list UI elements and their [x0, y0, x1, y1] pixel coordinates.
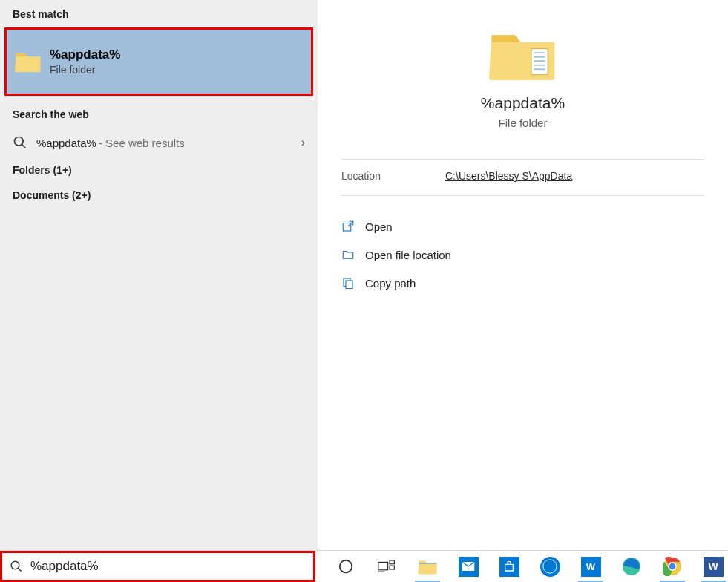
svg-rect-15 [378, 562, 388, 569]
open-action[interactable]: Open [341, 212, 728, 241]
mail-icon [459, 557, 479, 577]
svg-point-20 [543, 560, 557, 573]
preview-subtitle: File folder [318, 117, 728, 129]
search-web-header: Search the web [0, 100, 318, 128]
word-app-icon: W [704, 557, 724, 577]
folder-location-icon [341, 248, 355, 261]
category-folders[interactable]: Folders (1+) [0, 157, 318, 183]
location-label: Location [341, 170, 445, 182]
word-icon: W [581, 557, 601, 577]
open-icon [341, 220, 355, 233]
search-icon [10, 560, 23, 573]
open-file-location-action[interactable]: Open file location [341, 241, 728, 269]
preview-title: %appdata% [318, 94, 728, 112]
file-explorer-button[interactable] [413, 551, 442, 583]
task-view-button[interactable] [372, 551, 401, 583]
edge-icon [622, 557, 641, 576]
category-documents[interactable]: Documents (2+) [0, 183, 318, 208]
task-view-icon [378, 559, 396, 574]
folder-icon [489, 27, 557, 82]
chrome-icon [663, 557, 682, 576]
svg-line-13 [18, 568, 22, 572]
search-results-pane: Best match %appdata% File folder Search … [0, 0, 318, 550]
svg-point-12 [11, 561, 19, 569]
taskbar: %appdata% [0, 550, 728, 582]
svg-rect-11 [346, 281, 352, 289]
best-match-header: Best match [0, 0, 318, 27]
svg-point-0 [15, 137, 24, 146]
svg-rect-17 [390, 566, 394, 569]
store-button[interactable] [494, 551, 524, 583]
preview-pane: %appdata% File folder Location C:\Users\… [318, 0, 728, 550]
file-explorer-icon [418, 557, 438, 577]
result-subtitle: File folder [50, 64, 120, 76]
svg-rect-16 [390, 560, 394, 564]
copy-icon [341, 276, 355, 290]
web-result-suffix: - See web results [99, 137, 185, 149]
store-icon [499, 557, 519, 577]
best-match-result[interactable]: %appdata% File folder [4, 27, 313, 96]
svg-point-24 [669, 563, 676, 570]
copy-path-action[interactable]: Copy path [341, 269, 728, 297]
cortana-button[interactable] [331, 551, 361, 583]
search-value: %appdata% [30, 559, 99, 574]
web-result-label: %appdata% [36, 137, 96, 149]
svg-point-14 [340, 560, 352, 573]
word-button[interactable]: W [698, 551, 728, 583]
folder-icon [15, 50, 42, 73]
result-title: %appdata% [50, 48, 120, 62]
word-online-button[interactable]: W [576, 551, 606, 583]
dell-icon [540, 557, 560, 577]
search-icon [13, 135, 27, 150]
mail-button[interactable] [453, 551, 483, 583]
search-input[interactable]: %appdata% [0, 551, 315, 582]
svg-line-1 [22, 145, 26, 148]
copy-path-label: Copy path [365, 277, 416, 290]
chevron-right-icon: › [301, 136, 305, 149]
location-value[interactable]: C:\Users\Blessy S\AppData [445, 170, 572, 182]
chrome-button[interactable] [658, 551, 687, 583]
result-text: %appdata% File folder [50, 48, 120, 76]
cortana-icon [338, 558, 354, 575]
open-location-label: Open file location [365, 249, 451, 261]
web-result-row[interactable]: %appdata% - See web results › [0, 128, 318, 157]
edge-button[interactable] [617, 551, 646, 583]
open-label: Open [365, 220, 393, 233]
app-button[interactable] [535, 551, 565, 583]
location-row: Location C:\Users\Blessy S\AppData [318, 160, 728, 182]
